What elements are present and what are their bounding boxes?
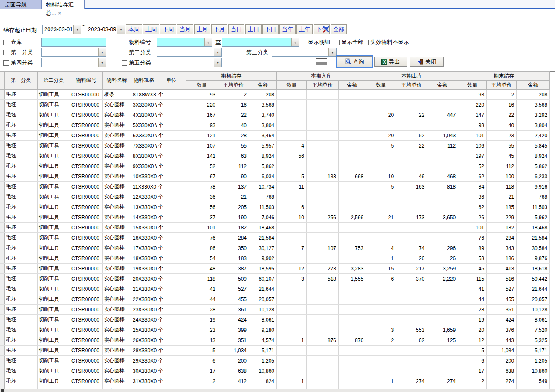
cell-cat2: 切削工具 [38,131,70,141]
cell-begin-qty: 76 [186,233,218,243]
cat4-select[interactable]: ▾ [41,58,106,67]
hide-invalid-checkbox[interactable]: 失效物料不显示 [363,39,409,46]
quick-date-button-12[interactable]: 全部 [331,24,347,34]
cell-cat2: 切削工具 [38,366,70,376]
query-button[interactable]: 查询 [337,56,372,67]
table-row[interactable]: 毛坯切削工具CTSR00000实心圆棒5X330X0 WD个93403,8049… [0,120,555,131]
table-row[interactable]: 毛坯切削工具CTSR00000实心圆棒12X330X0 W个3621768362… [0,192,555,202]
quick-date-button-1[interactable]: 上周 [143,24,159,34]
chevron-down-icon[interactable]: ▾ [291,38,299,46]
quick-date-button-10[interactable]: 上年 [296,24,313,34]
cell-begin-amount: 9,180 [249,325,277,335]
table-row[interactable]: 毛坯切削工具CTSR00000实心圆棒26X330X0 W个133514,574… [0,335,555,346]
cell-begin-price: 22 [218,110,249,120]
table-row[interactable]: 毛坯切削工具CTSR00000实心圆棒6X330X0 WD个121283,464… [0,131,555,141]
cat2-select[interactable]: ▾ [157,48,222,57]
material-no-from-select[interactable]: ▾ [157,38,212,47]
quick-date-button-6[interactable]: 当日 [228,24,244,34]
table-row[interactable]: 毛坯切削工具CTSR00000实心圆棒19X330X0 W个4838718,59… [0,264,555,274]
material-no-to-select[interactable]: ▾ [222,38,299,47]
cell-code: CTSR00000 [70,376,103,386]
table-row[interactable]: 毛坯切削工具CTSR00000实心圆棒16X330X0 W个7628421,58… [0,233,555,243]
query-button-label: 查询 [353,58,364,66]
cell-out-price [396,356,427,366]
cat2-checkbox[interactable]: 第二分类 [122,49,151,56]
tab-material-summary[interactable]: 物料结存汇总...× [41,0,85,9]
export-button[interactable]: X 导出 [374,57,407,67]
tab-close-icon[interactable]: × [58,9,61,17]
chevron-down-icon[interactable]: ▾ [328,48,336,56]
cell-in-price [307,141,339,151]
chevron-down-icon[interactable]: ▾ [117,25,125,34]
cell-begin-amount: 8,924 [249,151,277,161]
cat3-select[interactable]: ▾ [272,48,337,57]
panel-toggle-icon[interactable] [316,58,327,65]
clear-filter-icon[interactable] [321,25,331,34]
date-to-select[interactable]: 2023-03-09 ▾ [86,25,125,34]
cat3-checkbox[interactable]: 第三分类 [239,49,268,56]
table-row[interactable]: 毛坯切削工具CTSR00000实心圆棒23X330X0 W个2836110,12… [0,305,555,315]
quick-date-button-9[interactable]: 当年 [279,24,296,34]
table-row[interactable]: 毛坯切削工具CTSR00000实心圆棒24X330X0 W个194248,061… [0,315,555,325]
cat1-checkbox[interactable]: 第一分类 [3,49,33,56]
table-row[interactable]: 毛坯切削工具CTSR00000实心圆棒11X330X0 W个7813710,73… [0,182,555,192]
chevron-down-icon[interactable]: ▾ [98,48,106,56]
quick-date-button-3[interactable]: 当月 [177,24,193,34]
cell-begin-price: 638 [218,366,249,376]
quick-date-button-7[interactable]: 上日 [245,24,262,34]
cell-spec: 10X330X0 W [131,171,157,182]
cell-begin-qty: 67 [186,171,218,182]
chevron-down-icon[interactable]: ▾ [204,38,212,46]
table-row[interactable]: 毛坯切削工具CTSR00000实心圆棒22X330X0 W个4445520,05… [0,294,555,305]
table-row[interactable]: 毛坯切削工具CTSR00000实心圆棒17X330X0 W个8635030,12… [0,243,555,253]
table-row[interactable]: 毛坯切削工具CTSR00000实心圆棒7X330X0 WD个107555,957… [0,141,555,151]
table-row[interactable]: 毛坯切削工具CTSR00000实心圆棒3X330X0 WD个220163,568… [0,100,555,110]
table-row[interactable]: 毛坯切削工具CTSR00000实心圆棒13X330X0 W个5620511,50… [0,202,555,212]
table-row[interactable]: 毛坯切削工具CTSR00000实心圆棒30X330X0 W个1763810,86… [0,366,555,376]
cat5-select[interactable]: ▾ [157,58,222,67]
table-row[interactable]: 毛坯切削工具CTSR00000实心圆棒20X330X0 W个11850960,1… [0,274,555,284]
warehouse-checkbox[interactable]: 仓库 [3,39,22,46]
table-row[interactable]: 毛坯切削工具CTSR00000实心圆棒8X330X0 WD个141638,924… [0,151,555,161]
material-no-checkbox[interactable]: 物料编号 [122,39,151,46]
table-row[interactable]: 毛坯切削工具CTSR00000实心圆棒14X330X0 W个371907,046… [0,212,555,223]
show-all-checkbox[interactable]: 显示全部 [334,39,363,46]
quick-date-button-4[interactable]: 上月 [194,24,210,34]
table-row[interactable]: 毛坯切削工具CTSB00000板条8TX8WX37L个932208932208 [0,90,555,100]
tab-desktop-nav[interactable]: 桌面导航 [0,0,41,9]
date-from-select[interactable]: 2023-03-01 ▾ [42,25,81,34]
cell-in-price [307,161,339,171]
quick-date-button-0[interactable]: 本周 [126,24,142,34]
cat4-checkbox[interactable]: 第四分类 [3,59,33,66]
quick-date-button-5[interactable]: 下月 [211,24,227,34]
show-detail-checkbox[interactable]: 显示明细 [301,39,330,46]
cat1-select[interactable]: ▾ [41,48,106,57]
chevron-down-icon[interactable]: ▾ [214,48,221,56]
cell-name: 实心圆棒 [103,356,131,366]
quick-date-button-8[interactable]: 下日 [262,24,279,34]
cell-spec: 29X330X0 W [131,356,157,366]
close-button[interactable]: 关闭 [410,57,444,67]
chevron-down-icon[interactable]: ▾ [98,58,106,67]
chevron-down-icon[interactable]: ▾ [214,58,221,67]
table-row[interactable]: 毛坯切削工具CTSR00000实心圆棒21X330X0 W个4152721,64… [0,284,555,294]
table-row[interactable]: 毛坯切削工具CTSR00000实心圆棒10X330X0 W个67906,0345… [0,171,555,182]
table-row[interactable]: 毛坯切削工具CTSR00000实心圆棒25X330X0 W个233999,180… [0,325,555,335]
table-row[interactable]: 毛坯切削工具CTSR00000实心圆棒29X330X0 W个62001,2056… [0,356,555,366]
table-row[interactable]: 毛坯切削工具CTSR00000实心圆棒4X330X0 WD个167223,740… [0,110,555,120]
table-row[interactable]: 毛坯切削工具CTSR00000实心圆棒9X330X0 WD个521125,862… [0,161,555,171]
table-row[interactable]: 毛坯切削工具CTSR00000实心圆棒31X330X0 W个2412824112… [0,376,555,386]
cell-end-price: 284 [487,233,517,243]
cell-in-qty [277,356,307,366]
chevron-down-icon[interactable]: ▾ [73,25,81,34]
table-row[interactable]: 毛坯切削工具CTSR00000实心圆棒15X330X0 W个10118218,4… [0,223,555,233]
table-row[interactable]: 毛坯切削工具CTSR00000实心圆棒18X330X0 W个541839,902… [0,253,555,264]
cell-end-price: 112 [487,161,517,171]
cat5-checkbox[interactable]: 第五分类 [122,59,151,66]
horizontal-scrollbar[interactable] [0,389,555,392]
warehouse-input[interactable] [41,38,106,47]
cell-code: CTSR00000 [70,131,103,141]
cell-cat1: 毛坯 [5,376,38,386]
table-row[interactable]: 毛坯切削工具CTSR00000实心圆棒28X330X0 W个51,0345,17… [0,346,555,356]
quick-date-button-2[interactable]: 下周 [160,24,176,34]
